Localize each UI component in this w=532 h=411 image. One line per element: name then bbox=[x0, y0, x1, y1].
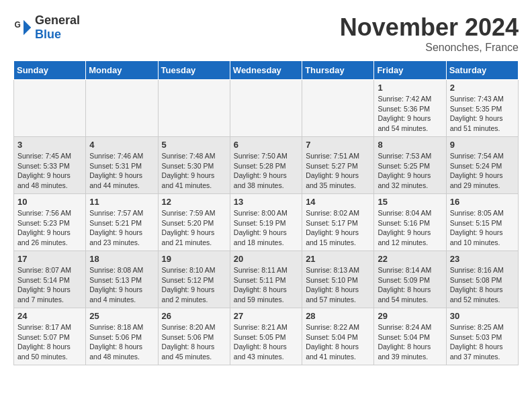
day-info: Sunrise: 7:43 AM Sunset: 5:35 PM Dayligh… bbox=[450, 94, 515, 134]
day-number: 7 bbox=[306, 140, 370, 150]
day-header-monday: Monday bbox=[86, 61, 158, 80]
day-number: 23 bbox=[450, 254, 515, 264]
day-info: Sunrise: 8:17 AM Sunset: 5:07 PM Dayligh… bbox=[17, 322, 82, 362]
calendar-cell: 21Sunrise: 8:13 AM Sunset: 5:10 PM Dayli… bbox=[302, 251, 374, 308]
calendar-cell bbox=[158, 80, 230, 137]
calendar-cell: 14Sunrise: 8:02 AM Sunset: 5:17 PM Dayli… bbox=[302, 194, 374, 251]
day-number: 30 bbox=[450, 311, 515, 321]
calendar-cell: 15Sunrise: 8:04 AM Sunset: 5:16 PM Dayli… bbox=[374, 194, 446, 251]
calendar-cell bbox=[302, 80, 374, 137]
day-header-thursday: Thursday bbox=[302, 61, 374, 80]
day-info: Sunrise: 8:10 AM Sunset: 5:12 PM Dayligh… bbox=[162, 265, 226, 305]
day-info: Sunrise: 8:08 AM Sunset: 5:13 PM Dayligh… bbox=[89, 265, 154, 305]
day-info: Sunrise: 8:16 AM Sunset: 5:08 PM Dayligh… bbox=[450, 265, 515, 305]
calendar-cell: 28Sunrise: 8:22 AM Sunset: 5:04 PM Dayli… bbox=[302, 308, 374, 365]
calendar-week-3: 10Sunrise: 7:56 AM Sunset: 5:23 PM Dayli… bbox=[14, 194, 519, 251]
calendar-cell: 20Sunrise: 8:11 AM Sunset: 5:11 PM Dayli… bbox=[230, 251, 302, 308]
calendar-cell bbox=[86, 80, 158, 137]
calendar-cell: 27Sunrise: 8:21 AM Sunset: 5:05 PM Dayli… bbox=[230, 308, 302, 365]
month-title: November 2024 bbox=[340, 13, 519, 42]
day-number: 1 bbox=[378, 83, 442, 93]
day-info: Sunrise: 7:51 AM Sunset: 5:27 PM Dayligh… bbox=[306, 151, 370, 191]
day-header-tuesday: Tuesday bbox=[158, 61, 230, 80]
day-info: Sunrise: 8:00 AM Sunset: 5:19 PM Dayligh… bbox=[234, 208, 298, 248]
calendar-cell: 3Sunrise: 7:45 AM Sunset: 5:33 PM Daylig… bbox=[14, 137, 86, 194]
day-number: 10 bbox=[17, 197, 82, 207]
calendar-cell bbox=[230, 80, 302, 137]
day-info: Sunrise: 7:42 AM Sunset: 5:36 PM Dayligh… bbox=[378, 94, 442, 134]
day-number: 29 bbox=[378, 311, 442, 321]
day-info: Sunrise: 8:05 AM Sunset: 5:15 PM Dayligh… bbox=[450, 208, 515, 248]
calendar-cell: 5Sunrise: 7:48 AM Sunset: 5:30 PM Daylig… bbox=[158, 137, 230, 194]
calendar-cell: 19Sunrise: 8:10 AM Sunset: 5:12 PM Dayli… bbox=[158, 251, 230, 308]
day-number: 2 bbox=[450, 83, 515, 93]
day-info: Sunrise: 7:48 AM Sunset: 5:30 PM Dayligh… bbox=[162, 151, 226, 191]
calendar-cell: 18Sunrise: 8:08 AM Sunset: 5:13 PM Dayli… bbox=[86, 251, 158, 308]
day-info: Sunrise: 8:13 AM Sunset: 5:10 PM Dayligh… bbox=[306, 265, 370, 305]
calendar-cell: 2Sunrise: 7:43 AM Sunset: 5:35 PM Daylig… bbox=[446, 80, 518, 137]
day-number: 26 bbox=[162, 311, 226, 321]
day-info: Sunrise: 7:54 AM Sunset: 5:24 PM Dayligh… bbox=[450, 151, 515, 191]
day-info: Sunrise: 7:57 AM Sunset: 5:21 PM Dayligh… bbox=[89, 208, 154, 248]
day-info: Sunrise: 8:22 AM Sunset: 5:04 PM Dayligh… bbox=[306, 322, 370, 362]
day-header-friday: Friday bbox=[374, 61, 446, 80]
calendar-cell: 12Sunrise: 7:59 AM Sunset: 5:20 PM Dayli… bbox=[158, 194, 230, 251]
calendar-cell bbox=[14, 80, 86, 137]
day-number: 11 bbox=[89, 197, 154, 207]
calendar-cell: 17Sunrise: 8:07 AM Sunset: 5:14 PM Dayli… bbox=[14, 251, 86, 308]
calendar-cell: 8Sunrise: 7:53 AM Sunset: 5:25 PM Daylig… bbox=[374, 137, 446, 194]
day-info: Sunrise: 8:04 AM Sunset: 5:16 PM Dayligh… bbox=[378, 208, 442, 248]
calendar-cell: 9Sunrise: 7:54 AM Sunset: 5:24 PM Daylig… bbox=[446, 137, 518, 194]
calendar-cell: 22Sunrise: 8:14 AM Sunset: 5:09 PM Dayli… bbox=[374, 251, 446, 308]
day-info: Sunrise: 8:11 AM Sunset: 5:11 PM Dayligh… bbox=[234, 265, 298, 305]
day-info: Sunrise: 7:45 AM Sunset: 5:33 PM Dayligh… bbox=[17, 151, 82, 191]
day-number: 24 bbox=[17, 311, 82, 321]
day-info: Sunrise: 8:14 AM Sunset: 5:09 PM Dayligh… bbox=[378, 265, 442, 305]
logo-blue-text: Blue bbox=[35, 28, 61, 41]
day-number: 12 bbox=[162, 197, 226, 207]
day-info: Sunrise: 8:21 AM Sunset: 5:05 PM Dayligh… bbox=[234, 322, 298, 362]
location: Senonches, France bbox=[340, 42, 519, 54]
day-info: Sunrise: 8:20 AM Sunset: 5:06 PM Dayligh… bbox=[162, 322, 226, 362]
day-header-sunday: Sunday bbox=[14, 61, 86, 80]
calendar-cell: 13Sunrise: 8:00 AM Sunset: 5:19 PM Dayli… bbox=[230, 194, 302, 251]
calendar-cell: 29Sunrise: 8:24 AM Sunset: 5:04 PM Dayli… bbox=[374, 308, 446, 365]
day-number: 28 bbox=[306, 311, 370, 321]
day-number: 19 bbox=[162, 254, 226, 264]
day-info: Sunrise: 8:18 AM Sunset: 5:06 PM Dayligh… bbox=[89, 322, 154, 362]
calendar-cell: 6Sunrise: 7:50 AM Sunset: 5:28 PM Daylig… bbox=[230, 137, 302, 194]
page-header: G General Blue November 2024 Senonches, … bbox=[13, 13, 519, 54]
day-number: 20 bbox=[234, 254, 298, 264]
logo: G General Blue bbox=[13, 13, 80, 42]
day-number: 18 bbox=[89, 254, 154, 264]
title-block: November 2024 Senonches, France bbox=[340, 13, 519, 54]
day-number: 3 bbox=[17, 140, 82, 150]
day-number: 15 bbox=[378, 197, 442, 207]
day-info: Sunrise: 7:53 AM Sunset: 5:25 PM Dayligh… bbox=[378, 151, 442, 191]
calendar-week-5: 24Sunrise: 8:17 AM Sunset: 5:07 PM Dayli… bbox=[14, 308, 519, 365]
day-number: 21 bbox=[306, 254, 370, 264]
calendar-week-4: 17Sunrise: 8:07 AM Sunset: 5:14 PM Dayli… bbox=[14, 251, 519, 308]
day-info: Sunrise: 8:02 AM Sunset: 5:17 PM Dayligh… bbox=[306, 208, 370, 248]
day-number: 22 bbox=[378, 254, 442, 264]
day-info: Sunrise: 8:07 AM Sunset: 5:14 PM Dayligh… bbox=[17, 265, 82, 305]
day-number: 8 bbox=[378, 140, 442, 150]
calendar-cell: 11Sunrise: 7:57 AM Sunset: 5:21 PM Dayli… bbox=[86, 194, 158, 251]
day-number: 9 bbox=[450, 140, 515, 150]
day-info: Sunrise: 7:46 AM Sunset: 5:31 PM Dayligh… bbox=[89, 151, 154, 191]
day-header-saturday: Saturday bbox=[446, 61, 518, 80]
day-number: 27 bbox=[234, 311, 298, 321]
calendar-cell: 10Sunrise: 7:56 AM Sunset: 5:23 PM Dayli… bbox=[14, 194, 86, 251]
calendar-week-2: 3Sunrise: 7:45 AM Sunset: 5:33 PM Daylig… bbox=[14, 137, 519, 194]
day-number: 16 bbox=[450, 197, 515, 207]
svg-marker-1 bbox=[24, 20, 31, 36]
day-number: 17 bbox=[17, 254, 82, 264]
svg-text:G: G bbox=[15, 20, 21, 30]
calendar-cell: 23Sunrise: 8:16 AM Sunset: 5:08 PM Dayli… bbox=[446, 251, 518, 308]
day-number: 14 bbox=[306, 197, 370, 207]
day-number: 5 bbox=[162, 140, 226, 150]
day-info: Sunrise: 7:56 AM Sunset: 5:23 PM Dayligh… bbox=[17, 208, 82, 248]
calendar-week-1: 1Sunrise: 7:42 AM Sunset: 5:36 PM Daylig… bbox=[14, 80, 519, 137]
calendar-cell: 24Sunrise: 8:17 AM Sunset: 5:07 PM Dayli… bbox=[14, 308, 86, 365]
calendar-table: SundayMondayTuesdayWednesdayThursdayFrid… bbox=[13, 60, 519, 365]
